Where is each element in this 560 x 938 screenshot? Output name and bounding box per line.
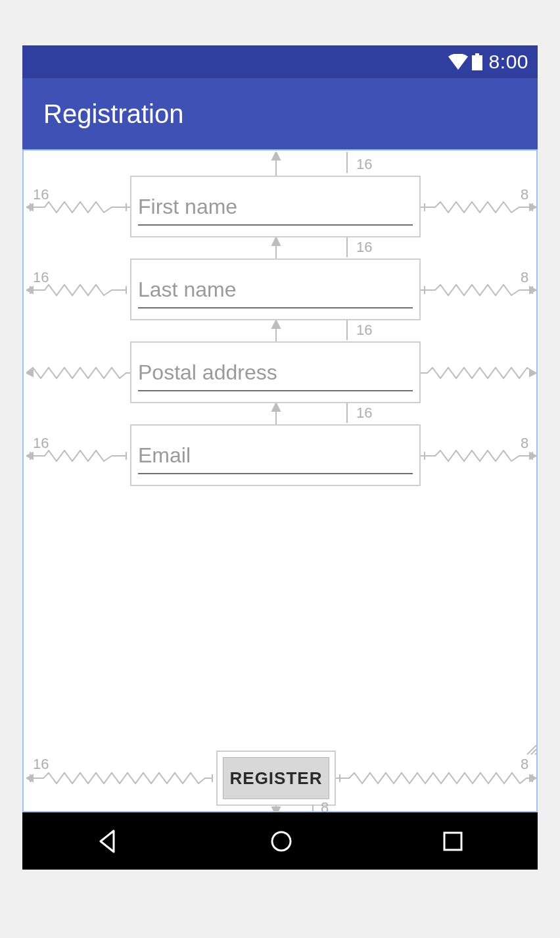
svg-marker-5 [26,204,33,210]
margin-label: 16 [356,156,372,173]
svg-marker-13 [272,320,280,328]
constraint-tick-vgap [342,237,352,257]
constraint-spring-right [421,365,536,381]
constraint-spring-left [26,448,130,464]
svg-marker-18 [272,403,280,411]
first-name-input[interactable] [138,195,413,236]
status-time: 8:00 [489,51,528,73]
svg-line-29 [535,753,536,754]
constraint-arrow-top [266,152,286,176]
constraint-spring-left [26,365,130,381]
app-bar: Registration [22,78,538,149]
margin-label: 16 [356,405,372,422]
svg-marker-20 [26,453,33,459]
input-underline [138,473,413,474]
svg-marker-23 [530,775,536,781]
constraint-spring-left [26,770,216,786]
svg-rect-1 [475,53,479,55]
postal-address-field-frame [130,341,421,403]
constraint-spring-right [421,448,536,464]
constraint-arrow-vgap [266,403,286,424]
resize-handle-icon [526,744,538,756]
constraint-tick-top [342,152,352,173]
register-button-frame: REGISTER [216,751,336,806]
constraint-arrow-vgap [266,237,286,259]
recents-icon[interactable] [441,829,465,853]
svg-marker-21 [530,453,536,459]
last-name-field-frame [130,259,421,320]
device-frame: 8:00 Registration 16 16 8 [22,45,538,870]
svg-rect-31 [444,833,461,850]
constraint-spring-right [336,770,536,786]
svg-point-30 [272,832,291,851]
svg-marker-8 [272,237,280,245]
back-icon[interactable] [95,828,122,854]
margin-label: 16 [356,239,372,256]
navigation-bar [22,812,538,870]
constraint-spring-right [421,282,536,298]
svg-rect-0 [472,55,482,70]
home-icon[interactable] [268,828,294,854]
first-name-field-frame [130,176,421,237]
constraint-tick-vgap [342,320,352,340]
constraint-arrow-vgap [266,320,286,341]
svg-marker-22 [26,775,33,781]
svg-marker-3 [272,152,280,160]
constraint-tick-vgap [342,403,352,423]
margin-label: 16 [356,322,372,339]
constraint-spring-right [421,199,536,215]
input-underline [138,224,413,226]
svg-marker-15 [26,370,33,376]
constraint-layout-canvas: 16 16 8 16 16 [22,149,538,812]
register-button[interactable]: REGISTER [223,757,329,799]
email-field-frame [130,424,421,486]
svg-marker-11 [530,287,536,293]
status-bar: 8:00 [22,45,538,78]
constraint-spring-left [26,282,130,298]
constraint-spring-left [26,199,130,215]
wifi-icon [448,54,468,70]
email-input[interactable] [138,443,413,485]
battery-icon [472,53,482,70]
svg-marker-10 [26,287,33,293]
last-name-input[interactable] [138,278,413,319]
svg-marker-16 [530,370,536,376]
input-underline [138,390,413,391]
page-title: Registration [43,99,183,129]
input-underline [138,307,413,309]
postal-address-input[interactable] [138,360,413,402]
svg-marker-6 [530,204,536,210]
